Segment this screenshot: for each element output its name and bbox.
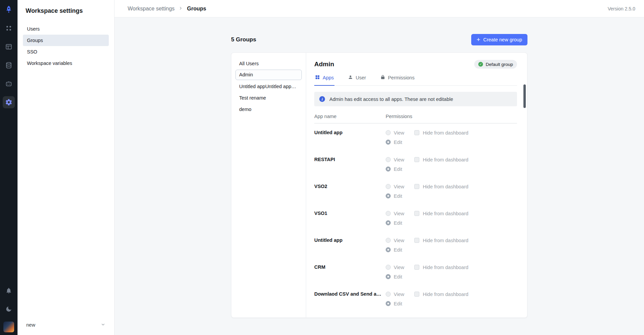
rail-bottom — [3, 285, 15, 332]
tab-apps-label: Apps — [323, 75, 334, 80]
groups-card: All Users Admin Untitled appUntitled app… — [231, 52, 527, 318]
hide-from-dashboard-label: Hide from dashboard — [423, 292, 468, 297]
group-title: Admin — [314, 61, 334, 68]
edit-label: Edit — [394, 140, 402, 145]
hide-from-dashboard-checkbox-disabled — [414, 238, 419, 243]
marketplace-nav-icon[interactable] — [3, 78, 15, 90]
dark-mode-moon-icon[interactable] — [3, 303, 15, 315]
view-permission-line: View Hide from dashboard — [386, 184, 517, 189]
sidebar-item-users[interactable]: Users — [23, 23, 109, 35]
edit-permission-line: Edit — [386, 220, 517, 226]
version-label: Version 2.5.0 — [608, 6, 635, 11]
group-list-item-admin[interactable]: Admin — [235, 70, 302, 80]
view-permission-line: View Hide from dashboard — [386, 291, 517, 297]
view-radio-disabled — [386, 157, 391, 162]
app-permission-row-restapi: RESTAPI View Hide from dashboard — [314, 150, 517, 177]
hide-from-dashboard-label: Hide from dashboard — [423, 211, 468, 216]
edit-permission-line: Edit — [386, 166, 517, 172]
apps-nav-icon[interactable] — [3, 22, 15, 34]
sidebar-item-workspace-variables[interactable]: Workspace variables — [23, 58, 109, 69]
edit-radio-selected-disabled — [386, 166, 391, 172]
breadcrumb-chevron-icon — [179, 6, 183, 12]
app-permission-row-untitled-app: Untitled app View Hide from dashboard — [314, 123, 517, 150]
view-radio-disabled — [386, 130, 391, 135]
default-group-badge-label: Default group — [486, 62, 513, 67]
rail-nav — [3, 22, 15, 108]
hide-from-dashboard-label: Hide from dashboard — [423, 265, 468, 270]
app-permission-row-vso2: VSO2 View Hide from dashboard — [314, 177, 517, 204]
tab-user-label: User — [356, 75, 366, 80]
view-label: View — [394, 184, 404, 189]
permissions-cell: View Hide from dashboard Edit — [386, 157, 517, 176]
workspace-name: new — [26, 322, 35, 328]
view-label: View — [394, 265, 404, 270]
notifications-bell-icon[interactable] — [3, 285, 15, 297]
permissions-cell: View Hide from dashboard Edit — [386, 291, 517, 310]
sidebar-item-sso[interactable]: SSO — [23, 46, 109, 58]
hide-from-dashboard-checkbox-disabled — [414, 184, 419, 189]
sidebar-menu: Users Groups SSO Workspace variables — [23, 23, 109, 69]
database-nav-icon[interactable] — [3, 59, 15, 71]
tab-user[interactable]: User — [347, 73, 367, 86]
edit-label: Edit — [394, 193, 402, 199]
info-icon — [319, 96, 325, 102]
create-new-group-label: Create new group — [483, 37, 522, 42]
group-list-item-untitled-appuntitled-appunti[interactable]: Untitled appUntitled appUntitle... — [235, 81, 302, 91]
permissions-cell: View Hide from dashboard Edit — [386, 211, 517, 229]
sidebar-item-groups[interactable]: Groups — [23, 35, 109, 46]
chevron-down-icon — [101, 322, 105, 328]
view-permission-line: View Hide from dashboard — [386, 237, 517, 243]
hide-from-dashboard-label: Hide from dashboard — [423, 130, 468, 136]
user-avatar[interactable] — [3, 322, 14, 332]
view-label: View — [394, 211, 404, 216]
workflows-nav-icon[interactable] — [3, 41, 15, 53]
view-label: View — [394, 130, 404, 136]
plus-icon — [477, 36, 480, 43]
app-name: RESTAPI — [314, 157, 386, 162]
app-root: Workspace settings Users Groups SSO Work… — [0, 0, 644, 335]
group-list-item-test-rename[interactable]: Test rename — [235, 92, 302, 103]
user-icon — [348, 75, 353, 81]
app-name: CRM — [314, 264, 386, 270]
green-check-icon — [478, 62, 483, 67]
app-permission-row-crm: CRM View Hide from dashboard — [314, 258, 517, 285]
create-new-group-button[interactable]: Create new group — [471, 34, 527, 45]
edit-radio-selected-disabled — [386, 247, 391, 252]
top-header: Workspace settings Groups Version 2.5.0 — [115, 0, 644, 17]
group-detail-panel: Admin Default group Apps — [306, 53, 527, 318]
groups-count-label: 5 Groups — [231, 36, 256, 43]
view-permission-line: View Hide from dashboard — [386, 157, 517, 162]
app-name: Downlaod CSV and Send attac... — [314, 291, 386, 297]
breadcrumb-parent[interactable]: Workspace settings — [128, 6, 174, 12]
group-list-item-demo[interactable]: demo — [235, 104, 302, 114]
workspace-switcher[interactable]: new — [23, 320, 109, 330]
breadcrumb: Workspace settings Groups — [128, 6, 206, 12]
edit-label: Edit — [394, 301, 402, 306]
scrollbar-thumb[interactable] — [523, 84, 526, 108]
permissions-cell: View Hide from dashboard Edit — [386, 130, 517, 149]
group-list: All Users Admin Untitled appUntitled app… — [231, 53, 306, 318]
hide-from-dashboard-checkbox-disabled — [414, 265, 419, 270]
edit-radio-selected-disabled — [386, 301, 391, 306]
hide-from-dashboard-checkbox-disabled — [414, 157, 419, 162]
tab-permissions[interactable]: Permissions — [380, 73, 415, 86]
edit-permission-line: Edit — [386, 274, 517, 280]
view-radio-disabled — [386, 238, 391, 243]
view-permission-line: View Hide from dashboard — [386, 264, 517, 270]
hide-from-dashboard-label: Hide from dashboard — [423, 184, 468, 189]
app-name: VSO2 — [314, 184, 386, 189]
view-radio-disabled — [386, 265, 391, 270]
tab-apps[interactable]: Apps — [314, 73, 334, 86]
lock-icon — [380, 75, 385, 81]
view-label: View — [394, 292, 404, 297]
default-group-badge: Default group — [474, 60, 517, 69]
view-radio-disabled — [386, 211, 391, 216]
edit-permission-line: Edit — [386, 193, 517, 199]
content-area: 5 Groups Create new group All Users Admi… — [115, 17, 644, 335]
settings-sidebar: Workspace settings Users Groups SSO Work… — [18, 0, 115, 335]
app-name: Untitled app — [314, 237, 386, 243]
info-banner-text: Admin has edit access to all apps. These… — [329, 97, 453, 102]
edit-permission-line: Edit — [386, 301, 517, 306]
group-list-item-all-users[interactable]: All Users — [235, 58, 302, 69]
settings-nav-icon[interactable] — [3, 96, 15, 108]
